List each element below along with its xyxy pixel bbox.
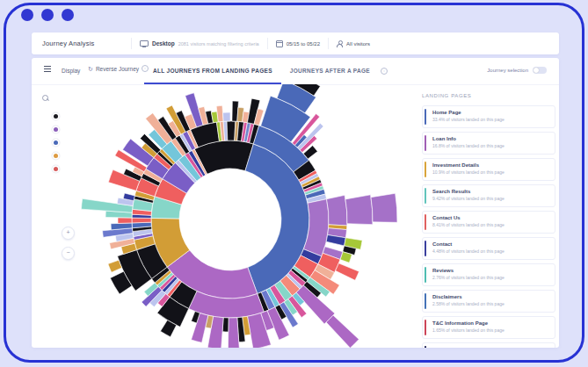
landing-page-card[interactable]: Reviews2.76% of visitors landed on this … <box>422 263 555 286</box>
device-note: 2081 visitors matching filtering criteri… <box>178 41 259 47</box>
landing-page-card[interactable]: T&C Information Page1.65% of visitors la… <box>422 316 555 339</box>
calendar-icon <box>276 40 283 47</box>
zoom-in-button[interactable]: + <box>62 227 75 240</box>
card-color-bar <box>425 346 426 348</box>
card-title: Reviews <box>432 268 555 273</box>
sunburst-segment[interactable] <box>336 263 359 280</box>
card-color-bar <box>425 214 426 230</box>
window-dot[interactable] <box>21 9 33 21</box>
page-title: Journey Analysis <box>42 40 123 47</box>
journey-sunburst-chart[interactable] <box>32 84 419 348</box>
sunburst-segment[interactable] <box>132 218 151 223</box>
card-subtitle: 10.9% of visitors landed on this page <box>432 169 555 175</box>
window-dot[interactable] <box>62 9 74 21</box>
card-color-bar <box>425 320 426 335</box>
device-label: Desktop <box>152 40 175 47</box>
card-title: Contact Us <box>432 215 555 220</box>
card-title: Contact <box>432 241 555 247</box>
sunburst-segment[interactable] <box>326 315 359 348</box>
sunburst-segment[interactable] <box>327 195 347 226</box>
card-title: T&C Information Page <box>432 320 555 326</box>
card-title: Investment Details <box>432 162 555 168</box>
landing-pages-panel: LANDING PAGES Home Page33.4% of visitors… <box>422 93 555 348</box>
landing-page-card[interactable]: Log In <box>422 342 555 348</box>
device-selector[interactable]: Desktop 2081 visitors matching filtering… <box>140 40 259 47</box>
landing-page-card[interactable]: Search Results9.42% of visitors landed o… <box>422 184 555 207</box>
sunburst-segment[interactable] <box>345 195 373 225</box>
visitors-selector[interactable]: All visitors <box>337 40 370 47</box>
card-color-bar <box>425 267 426 283</box>
journey-selection-control: Journey selection <box>487 67 547 74</box>
tab-all-journeys-from-landing-pages[interactable]: ALL JOURNEYS FROM LANDING PAGES <box>144 58 281 84</box>
landing-page-card[interactable]: Disclaimers2.58% of visitors landed on t… <box>422 290 555 313</box>
card-title: Log In <box>432 347 555 348</box>
divider <box>328 38 329 49</box>
panel-title: LANDING PAGES <box>422 93 555 98</box>
sunburst-segment[interactable] <box>118 218 132 224</box>
card-subtitle: 16.8% of visitors landed on this page <box>432 143 555 148</box>
top-bar: Journey Analysis Desktop 2081 visitors m… <box>32 32 559 54</box>
card-subtitle: 33.4% of visitors landed on this page <box>432 117 555 122</box>
landing-page-card[interactable]: Investment Details10.9% of visitors land… <box>422 158 555 181</box>
card-subtitle: 2.58% of visitors landed on this page <box>432 301 555 306</box>
card-subtitle: 8.41% of visitors landed on this page <box>432 222 555 227</box>
sunburst-segment[interactable] <box>371 193 397 222</box>
window-controls <box>21 9 74 21</box>
card-color-bar <box>425 241 426 256</box>
divider <box>131 38 132 49</box>
landing-page-card[interactable]: Contact Us8.41% of visitors landed on th… <box>422 211 555 234</box>
card-subtitle: 9.42% of visitors landed on this page <box>432 196 555 201</box>
info-icon[interactable]: i <box>381 68 388 75</box>
journey-selection-label: Journey selection <box>487 68 528 73</box>
visitors-value: All visitors <box>346 41 370 47</box>
card-subtitle: 4.48% of visitors landed on this page <box>432 248 555 254</box>
card-color-bar <box>425 162 426 177</box>
card-title: Loan Info <box>432 136 555 141</box>
window-dot[interactable] <box>41 9 54 21</box>
card-color-bar <box>425 188 426 204</box>
app-window: Journey Analysis Desktop 2081 visitors m… <box>32 32 559 348</box>
card-title: Disclaimers <box>432 294 555 299</box>
zoom-out-button[interactable]: − <box>62 247 75 260</box>
card-color-bar <box>425 293 426 309</box>
toolbar: Display ↻ Reverse Journey i ALL JOURNEYS… <box>32 58 559 85</box>
refresh-icon: ↻ <box>88 66 93 72</box>
card-color-bar <box>425 135 426 151</box>
landing-page-card[interactable]: Loan Info16.8% of visitors landed on thi… <box>422 132 555 155</box>
date-range-selector[interactable]: 05/15 to 05/22 <box>276 40 320 47</box>
menu-icon[interactable] <box>44 68 51 69</box>
display-label: Display <box>62 68 80 74</box>
content-area: Display ↻ Reverse Journey i ALL JOURNEYS… <box>32 58 559 348</box>
card-title: Search Results <box>432 189 555 194</box>
card-subtitle: 1.65% of visitors landed on this page <box>432 327 555 333</box>
card-title: Home Page <box>432 110 555 115</box>
journey-selection-toggle[interactable] <box>533 67 547 74</box>
tab-bar: ALL JOURNEYS FROM LANDING PAGES JOURNEYS… <box>144 58 388 84</box>
reverse-journey-control[interactable]: ↻ Reverse Journey i <box>88 65 149 72</box>
tab-journeys-after-a-page[interactable]: JOURNEYS AFTER A PAGE <box>281 58 379 84</box>
landing-page-card[interactable]: Contact4.48% of visitors landed on this … <box>422 237 555 260</box>
monitor-icon <box>140 40 149 47</box>
reverse-journey-label: Reverse Journey <box>96 66 139 72</box>
divider <box>267 38 268 49</box>
sunburst-segment[interactable] <box>222 112 230 121</box>
sunburst-segment[interactable] <box>227 121 236 140</box>
landing-page-card[interactable]: Home Page33.4% of visitors landed on thi… <box>422 105 555 128</box>
user-icon <box>337 40 343 47</box>
card-subtitle: 2.76% of visitors landed on this page <box>432 275 555 280</box>
card-color-bar <box>425 109 426 125</box>
date-range-value: 05/15 to 05/22 <box>287 41 320 47</box>
